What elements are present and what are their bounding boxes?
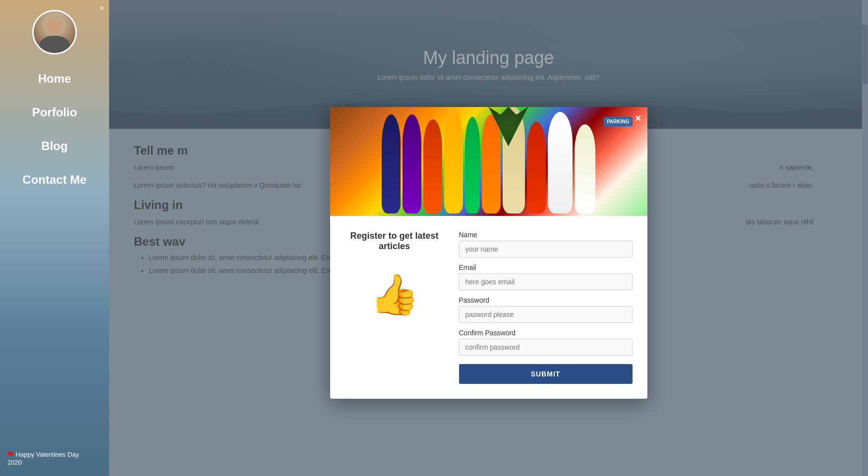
modal-title: Register to get latest articles: [345, 230, 444, 251]
email-field-group: Email: [459, 263, 633, 290]
modal-form: Name Email Password Confirm Password SUB…: [459, 230, 633, 383]
surfboard-2: [403, 114, 421, 213]
avatar-image: [34, 11, 75, 53]
password-label: Password: [459, 296, 633, 304]
name-label: Name: [459, 230, 633, 238]
sidebar-footer-year: 2020: [7, 459, 22, 466]
sidebar-item-blog[interactable]: Blog: [0, 137, 109, 156]
email-input[interactable]: [459, 273, 633, 290]
confirm-password-input[interactable]: [459, 338, 633, 355]
confirm-password-label: Confirm Password: [459, 328, 633, 336]
modal-image: PARKING ×: [330, 106, 647, 215]
password-input[interactable]: [459, 306, 633, 322]
surfboard-10: [575, 124, 595, 213]
heart-icon: ❤: [7, 450, 14, 458]
surfboard-8: [527, 121, 546, 213]
surfboard-1: [382, 114, 401, 213]
main-content: My landing page Lorem ipsum dolor sit am…: [109, 0, 868, 476]
confirm-password-field-group: Confirm Password: [459, 328, 633, 355]
sidebar-footer-text: Happy Valentines Day: [16, 451, 79, 458]
surfboard-3: [423, 119, 442, 213]
thumbs-up-icon: 👍: [345, 271, 444, 317]
password-field-group: Password: [459, 296, 633, 322]
surfboard-4: [444, 109, 463, 213]
modal-left-panel: Register to get latest articles 👍: [345, 230, 444, 383]
modal-body: Register to get latest articles 👍 Name E…: [330, 215, 647, 398]
sidebar-footer: ❤ Happy Valentines Day 2020: [0, 450, 109, 466]
sidebar: × Home Porfolio Blog Contact Me ❤ Happy …: [0, 0, 109, 476]
sidebar-close-button[interactable]: ×: [100, 4, 104, 13]
name-field-group: Name: [459, 230, 633, 257]
sidebar-item-home[interactable]: Home: [0, 69, 109, 88]
surfboard-6: [482, 114, 501, 213]
sidebar-item-contact[interactable]: Contact Me: [0, 170, 109, 189]
avatar: [32, 10, 77, 54]
email-label: Email: [459, 263, 633, 271]
name-input[interactable]: [459, 240, 633, 257]
modal: PARKING × Register to get latest article…: [330, 106, 647, 398]
surfboard-9: [548, 111, 573, 213]
sidebar-nav: Home Porfolio Blog Contact Me: [0, 69, 109, 189]
modal-close-button[interactable]: ×: [635, 111, 641, 124]
surfboards-display: [330, 106, 647, 215]
submit-button[interactable]: SUBMIT: [459, 364, 633, 383]
sidebar-item-portfolio[interactable]: Porfolio: [0, 103, 109, 122]
parking-sign: PARKING: [604, 116, 632, 126]
surfboard-5: [465, 116, 480, 213]
